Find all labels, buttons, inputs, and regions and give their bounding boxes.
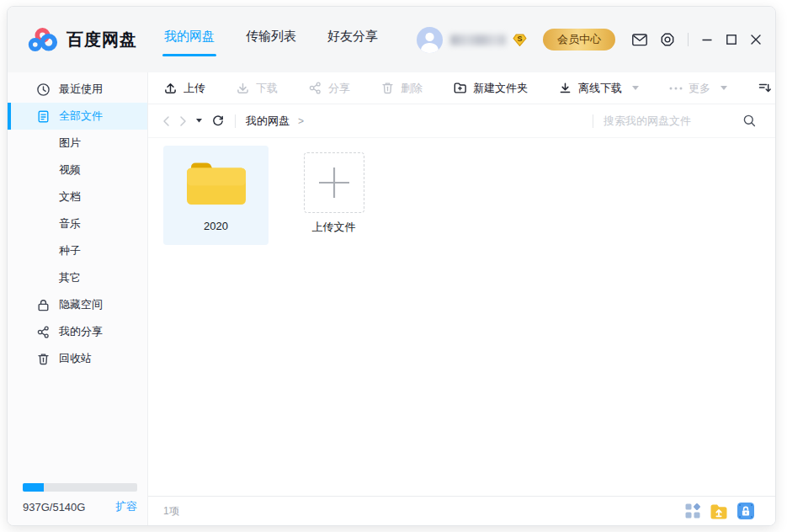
- folder-name: 2020: [204, 220, 228, 232]
- statusbar: 1项: [148, 496, 775, 525]
- sidebar-item-recycle-bin[interactable]: 回收站: [8, 345, 147, 372]
- settings-gear-icon[interactable]: [660, 32, 675, 47]
- main-tabs: 我的网盘 传输列表 好友分享: [162, 24, 380, 56]
- clock-icon: [36, 82, 51, 97]
- app-window: 百度网盘 我的网盘 传输列表 好友分享: [7, 6, 776, 526]
- upload-button[interactable]: 上传: [163, 81, 205, 96]
- trash-icon: [36, 352, 51, 366]
- trash-icon: [380, 81, 395, 95]
- person-icon: [417, 27, 443, 53]
- hidden-space-lock-icon[interactable]: [736, 502, 755, 520]
- tab-my-drive[interactable]: 我的网盘: [162, 24, 216, 56]
- expand-storage-link[interactable]: 扩容: [115, 499, 137, 514]
- new-folder-icon: [453, 81, 467, 95]
- search-icon[interactable]: [742, 114, 757, 128]
- sidebar: 最近使用 全部文件 图片 视频 文档 音乐 种子 其它 隐藏空间: [8, 72, 148, 525]
- tab-label: 好友分享: [327, 29, 378, 43]
- sidebar-item-pictures[interactable]: 图片: [8, 130, 147, 157]
- username-blurred: [450, 35, 506, 45]
- mail-icon[interactable]: [632, 34, 647, 46]
- divider: [593, 114, 593, 128]
- auto-backup-icon[interactable]: [710, 502, 728, 520]
- member-center-button[interactable]: 会员中心: [543, 29, 615, 51]
- new-folder-button[interactable]: 新建文件夹: [453, 81, 528, 96]
- refresh-icon[interactable]: [211, 114, 225, 128]
- sidebar-item-music[interactable]: 音乐: [8, 210, 147, 237]
- breadcrumb-root[interactable]: 我的网盘: [246, 114, 290, 129]
- svip-badge-icon[interactable]: S: [512, 32, 528, 48]
- sidebar-item-my-shares[interactable]: 我的分享: [8, 318, 147, 345]
- close-icon[interactable]: [750, 34, 762, 45]
- storage-bar-fill: [23, 483, 44, 492]
- delete-button[interactable]: 删除: [380, 81, 423, 96]
- app-logo: 百度网盘: [28, 27, 137, 52]
- download-button[interactable]: 下载: [236, 81, 278, 96]
- sidebar-item-videos[interactable]: 视频: [8, 157, 147, 184]
- offline-download-icon: [558, 81, 572, 95]
- back-icon[interactable]: [162, 115, 170, 127]
- sidebar-item-all-files[interactable]: 全部文件: [8, 103, 147, 130]
- upload-tile-label: 上传文件: [312, 220, 356, 235]
- tab-active-underline: [162, 54, 216, 56]
- tab-label: 我的网盘: [164, 29, 215, 43]
- avatar[interactable]: [417, 27, 443, 53]
- main-content: 上传 下载 分享: [148, 72, 775, 525]
- sort-order-icon[interactable]: [758, 81, 772, 95]
- search-box: [582, 114, 757, 128]
- sidebar-item-documents[interactable]: 文档: [8, 184, 147, 210]
- offline-download-button[interactable]: 离线下载: [558, 81, 639, 96]
- baidu-netdisk-logo-icon: [28, 27, 58, 52]
- folder-icon: [183, 157, 250, 209]
- item-count: 1项: [163, 504, 179, 519]
- ellipsis-icon: [669, 87, 683, 90]
- chevron-down-icon: [632, 86, 639, 90]
- tab-transfer-list[interactable]: 传输列表: [244, 24, 298, 56]
- storage-meter: 937G/5140G 扩容: [23, 483, 137, 514]
- chevron-down-icon: [721, 86, 727, 90]
- maximize-icon[interactable]: [726, 34, 737, 45]
- download-icon: [236, 81, 250, 95]
- sidebar-item-others[interactable]: 其它: [8, 264, 147, 291]
- pathbar: 我的网盘 >: [148, 104, 775, 138]
- sidebar-item-recent[interactable]: 最近使用: [8, 76, 147, 103]
- forward-icon[interactable]: [179, 115, 187, 127]
- svg-text:S: S: [518, 35, 523, 43]
- search-input[interactable]: [604, 114, 742, 127]
- app-title: 百度网盘: [66, 29, 137, 51]
- titlebar: 百度网盘 我的网盘 传输列表 好友分享: [8, 7, 775, 72]
- history-caret-icon[interactable]: [196, 119, 202, 123]
- share-icon: [36, 325, 51, 339]
- user-area: S 会员中心: [417, 27, 615, 53]
- minimize-icon[interactable]: [701, 34, 713, 45]
- upload-dropzone[interactable]: [304, 152, 364, 213]
- more-button[interactable]: 更多: [669, 81, 727, 96]
- storage-usage-text: 937G/5140G: [23, 501, 85, 513]
- divider: [688, 33, 689, 46]
- upload-icon: [163, 81, 178, 95]
- file-grid: 2020 上传文件: [148, 138, 775, 496]
- breadcrumb-separator: >: [298, 115, 304, 127]
- plus-icon: [316, 164, 353, 201]
- sidebar-item-hidden-space[interactable]: 隐藏空间: [8, 291, 147, 318]
- document-icon: [36, 109, 51, 124]
- share-icon: [308, 81, 322, 95]
- toolbar: 上传 下载 分享: [148, 72, 775, 104]
- apps-grid-icon[interactable]: [684, 503, 701, 519]
- tab-label: 传输列表: [246, 29, 296, 43]
- divider: [235, 114, 236, 128]
- share-button[interactable]: 分享: [308, 81, 350, 96]
- sidebar-item-torrents[interactable]: 种子: [8, 237, 147, 264]
- folder-tile-2020[interactable]: 2020: [163, 146, 269, 245]
- storage-bar: [23, 483, 137, 492]
- system-buttons: [632, 32, 762, 47]
- tab-friend-share[interactable]: 好友分享: [326, 24, 380, 56]
- lock-icon: [36, 298, 51, 312]
- upload-file-tile[interactable]: 上传文件: [281, 146, 386, 245]
